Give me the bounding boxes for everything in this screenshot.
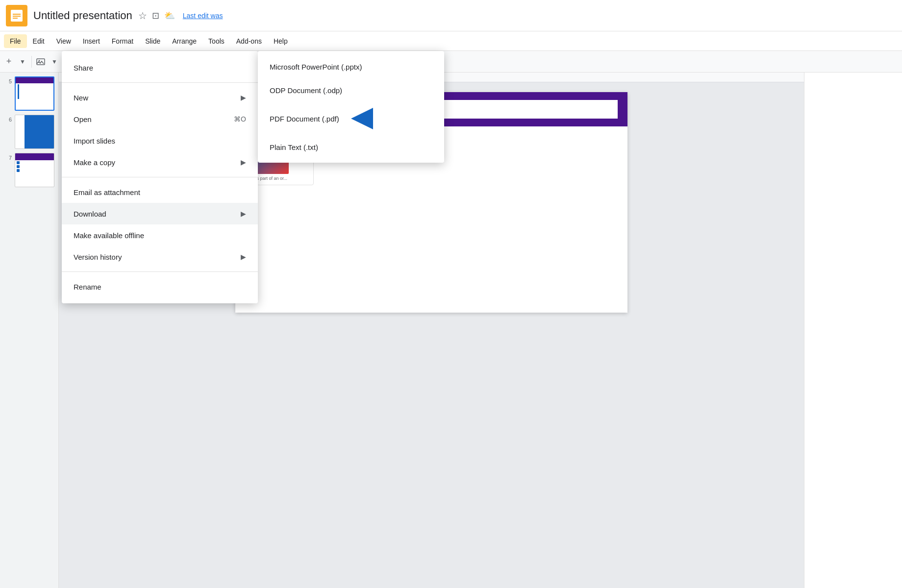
download-pdf[interactable]: PDF Document (.pdf): [258, 102, 444, 135]
slide-thumb-6[interactable]: 6: [4, 115, 54, 149]
make-offline-label: Make available offline: [74, 231, 144, 240]
menu-section-email: Email as attachment Download ▶ Make avai…: [62, 179, 258, 270]
email-attachment-label: Email as attachment: [74, 188, 140, 196]
thumb-7-header: [15, 153, 54, 160]
menu-section-new: New ▶ Open ⌘O Import slides Make a copy …: [62, 85, 258, 175]
open-shortcut: ⌘O: [234, 115, 246, 123]
new-arrow: ▶: [241, 94, 246, 101]
star-icon[interactable]: ☆: [138, 10, 147, 22]
download-odp[interactable]: ODP Document (.odp): [258, 78, 444, 102]
slide-number-6: 6: [4, 117, 12, 122]
txt-label: Plain Text (.txt): [270, 143, 318, 151]
menu-bar: File Edit View Insert Format Slide Arran…: [0, 31, 902, 51]
toolbar-sep-1: [31, 56, 32, 68]
import-label: Import slides: [74, 137, 115, 145]
menu-share[interactable]: Share: [62, 57, 258, 78]
thumb-5-bar: [16, 77, 53, 83]
dropdown-arrow-2[interactable]: ▼: [50, 57, 59, 67]
menu-divider-2: [62, 177, 258, 177]
menu-item-file[interactable]: File: [4, 34, 27, 48]
slide-thumbnail-5[interactable]: [15, 76, 54, 111]
menu-divider-1: [62, 82, 258, 83]
pdf-arrow-icon: [351, 108, 373, 129]
doc-title[interactable]: Untitled presentation: [33, 9, 132, 22]
slide-thumbnail-7[interactable]: [15, 153, 54, 187]
slide-6-blue-block: [25, 115, 54, 148]
dropdown-arrow[interactable]: ▼: [18, 57, 27, 67]
download-submenu: Microsoft PowerPoint (.pptx) ODP Documen…: [258, 51, 444, 163]
make-copy-label: Make a copy: [74, 158, 115, 167]
thumb-5-line: [18, 84, 19, 99]
menu-item-addons[interactable]: Add-ons: [230, 34, 268, 48]
menu-item-slide[interactable]: Slide: [139, 34, 166, 48]
last-edit-link[interactable]: Last edit was: [183, 12, 223, 20]
download-arrow: ▶: [241, 210, 246, 218]
menu-version-history[interactable]: Version history ▶: [62, 246, 258, 268]
menu-open[interactable]: Open ⌘O: [62, 108, 258, 130]
slide-number-5: 5: [4, 78, 12, 84]
pptx-label: Microsoft PowerPoint (.pptx): [270, 63, 362, 71]
version-history-label: Version history: [74, 253, 122, 261]
share-label: Share: [74, 64, 93, 72]
menu-section-share: Share: [62, 55, 258, 80]
download-pptx[interactable]: Microsoft PowerPoint (.pptx): [258, 55, 444, 78]
menu-item-edit[interactable]: Edit: [27, 34, 50, 48]
cloud-icon[interactable]: ⛅: [164, 10, 175, 21]
odp-label: ODP Document (.odp): [270, 86, 342, 95]
app-logo: [6, 5, 27, 26]
menu-download[interactable]: Download ▶: [62, 203, 258, 224]
open-label: Open: [74, 115, 92, 123]
menu-item-tools[interactable]: Tools: [202, 34, 230, 48]
make-copy-arrow: ▶: [241, 158, 246, 166]
pdf-label: PDF Document (.pdf): [270, 115, 339, 123]
rename-label: Rename: [74, 283, 101, 291]
menu-item-format[interactable]: Format: [106, 34, 139, 48]
image-icon[interactable]: [36, 57, 46, 67]
top-bar: Untitled presentation ☆ ⊡ ⛅ Last edit wa…: [0, 0, 902, 31]
version-history-arrow: ▶: [241, 253, 246, 261]
menu-divider-3: [62, 271, 258, 272]
slide-thumb-5[interactable]: 5: [4, 76, 54, 111]
svg-rect-3: [13, 16, 21, 17]
thumb-7-dot3: [17, 169, 20, 172]
menu-item-help[interactable]: Help: [268, 34, 294, 48]
folder-icon[interactable]: ⊡: [152, 10, 159, 21]
menu-item-arrange[interactable]: Arrange: [166, 34, 202, 48]
new-label: New: [74, 94, 88, 102]
menu-new[interactable]: New ▶: [62, 87, 258, 108]
organs-text: an is part of an or...: [250, 176, 309, 181]
menu-make-offline[interactable]: Make available offline: [62, 224, 258, 246]
menu-make-copy[interactable]: Make a copy ▶: [62, 151, 258, 173]
add-button[interactable]: +: [4, 57, 14, 67]
menu-section-rename: Rename: [62, 274, 258, 299]
right-panel: [804, 73, 902, 588]
svg-rect-2: [13, 14, 21, 15]
menu-rename[interactable]: Rename: [62, 276, 258, 297]
menu-email-attachment[interactable]: Email as attachment: [62, 181, 258, 203]
slide-panel: 5 6 7: [0, 73, 59, 588]
menu-import[interactable]: Import slides: [62, 130, 258, 151]
download-txt[interactable]: Plain Text (.txt): [258, 135, 444, 159]
file-menu-dropdown: Share New ▶ Open ⌘O Import slides Make a…: [62, 51, 258, 303]
slide-thumb-7[interactable]: 7: [4, 153, 54, 187]
thumb-7-dot: [17, 161, 20, 164]
download-label: Download: [74, 210, 106, 218]
thumb-7-dot2: [17, 165, 20, 168]
slide-number-7: 7: [4, 155, 12, 161]
slide-thumbnail-6[interactable]: [15, 115, 54, 149]
menu-item-view[interactable]: View: [50, 34, 77, 48]
svg-rect-4: [13, 18, 18, 19]
menu-item-insert[interactable]: Insert: [77, 34, 106, 48]
title-icons: ☆ ⊡ ⛅: [138, 10, 175, 22]
